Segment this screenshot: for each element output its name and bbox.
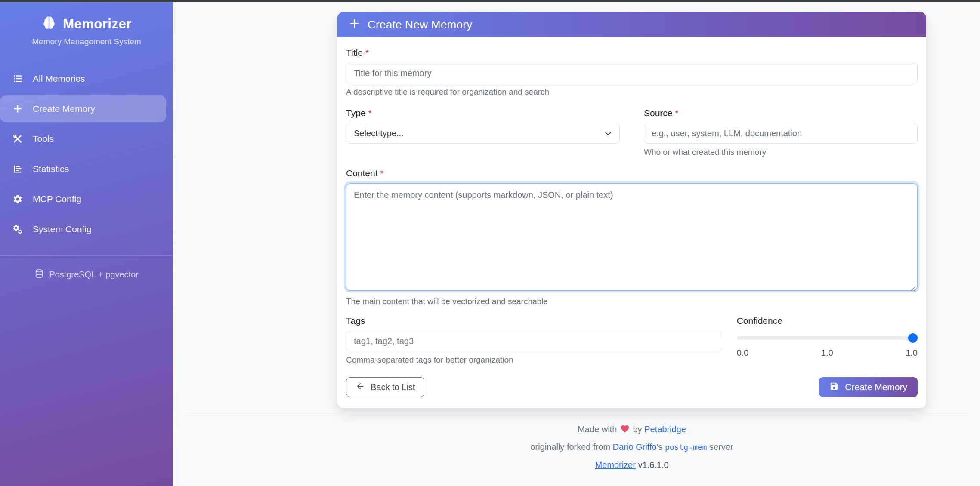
tags-confidence-row: Tags Comma-separated tags for better org… (346, 315, 918, 365)
sidebar-item-label: System Config (33, 224, 92, 234)
type-select[interactable]: Select type... (346, 123, 620, 144)
back-to-list-button[interactable]: Back to List (346, 377, 424, 397)
footer-line-forked: originally forked from Dario Griffo's po… (337, 441, 926, 453)
footer-line-made-with: Made with by Petabridge (337, 424, 926, 435)
required-asterisk: * (380, 168, 384, 178)
confidence-field-group: Confidence 0.0 1.0 1.0 (737, 315, 918, 365)
required-asterisk: * (365, 48, 369, 58)
brand: Memorizer Memory Management System (0, 2, 173, 46)
content-field-group: Content* The main content that will be v… (346, 168, 918, 307)
sidebar-item-system-config[interactable]: System Config (0, 216, 173, 243)
sidebar-item-tools[interactable]: Tools (0, 126, 173, 152)
card-body: Title* A descriptive title is required f… (337, 37, 926, 408)
create-memory-button[interactable]: Create Memory (819, 377, 918, 397)
submit-button-label: Create Memory (845, 382, 907, 392)
app-title: Memorizer (63, 16, 132, 32)
plus-icon (349, 18, 360, 31)
source-help-text: Who or what created this memory (644, 147, 918, 157)
sidebar-item-label: Tools (33, 134, 54, 144)
footer-line-version: Memorizer v1.6.1.0 (337, 459, 926, 471)
confidence-min: 0.0 (737, 348, 749, 358)
sidebar-item-label: All Memories (33, 74, 85, 84)
tags-field-group: Tags Comma-separated tags for better org… (346, 315, 722, 365)
back-button-label: Back to List (371, 382, 415, 392)
postg-mem-code: postg-mem (665, 443, 707, 452)
required-asterisk: * (368, 108, 372, 118)
version-text: v1.6.1.0 (638, 460, 668, 470)
required-asterisk: * (675, 108, 679, 118)
heart-icon (620, 424, 630, 433)
type-field-group: Type* Select type... (346, 108, 620, 157)
footer-divider (185, 416, 968, 416)
type-label: Type* (346, 108, 620, 119)
source-input[interactable] (644, 123, 918, 144)
type-select-value: Select type... (354, 129, 404, 138)
title-field-group: Title* A descriptive title is required f… (346, 47, 918, 97)
content-help-text: The main content that will be vectorized… (346, 296, 918, 307)
page-footer: Made with by Petabridge originally forke… (337, 424, 926, 477)
tools-icon (12, 133, 23, 145)
confidence-mid: 1.0 (821, 348, 833, 358)
confidence-label: Confidence (737, 315, 918, 326)
form-actions: Back to List Create Memory (346, 377, 918, 397)
sidebar-item-create-memory[interactable]: Create Memory (0, 95, 166, 122)
content-label: Content* (346, 168, 918, 179)
confidence-max: 1.0 (906, 348, 918, 358)
chevron-down-icon (604, 129, 612, 138)
bar-chart-icon (12, 163, 23, 175)
database-icon (34, 269, 44, 280)
title-label: Title* (346, 47, 918, 58)
tags-input[interactable] (346, 331, 722, 351)
confidence-slider[interactable] (737, 333, 918, 343)
title-help-text: A descriptive title is required for orga… (346, 87, 918, 97)
gears-icon (12, 224, 23, 235)
sidebar-item-all-memories[interactable]: All Memories (0, 65, 173, 92)
petabridge-link[interactable]: Petabridge (644, 424, 686, 434)
sidebar-nav: All Memories Create Memory Tools (0, 65, 173, 243)
sidebar-item-label: MCP Config (33, 194, 81, 204)
title-input[interactable] (346, 63, 918, 83)
app-subtitle: Memory Management System (0, 37, 173, 46)
sidebar-item-label: Create Memory (33, 104, 95, 114)
source-label: Source* (644, 108, 918, 119)
sidebar-item-statistics[interactable]: Statistics (0, 156, 173, 182)
dario-griffo-link[interactable]: Dario Griffo (613, 442, 657, 452)
plus-icon (12, 103, 23, 114)
list-icon (12, 73, 23, 84)
main-content: Create New Memory Title* A descriptive t… (173, 2, 980, 486)
type-source-row: Type* Select type... Source* (346, 108, 918, 157)
memorizer-link[interactable]: Memorizer (595, 460, 635, 470)
card-header: Create New Memory (337, 12, 926, 37)
brain-logo-icon (41, 15, 57, 33)
sidebar-db-status: PostgreSQL + pgvector (0, 269, 173, 280)
sidebar-item-mcp-config[interactable]: MCP Config (0, 186, 173, 212)
sidebar: Memorizer Memory Management System All M… (0, 2, 173, 486)
sidebar-divider (0, 255, 173, 256)
create-memory-card: Create New Memory Title* A descriptive t… (337, 12, 926, 408)
confidence-scale: 0.0 1.0 1.0 (737, 348, 918, 358)
card-title: Create New Memory (368, 18, 473, 31)
sidebar-db-label: PostgreSQL + pgvector (49, 270, 139, 280)
source-field-group: Source* Who or what created this memory (644, 108, 918, 157)
arrow-left-icon (356, 381, 365, 393)
gear-icon (12, 194, 23, 205)
sidebar-item-label: Statistics (33, 164, 69, 174)
tags-help-text: Comma-separated tags for better organiza… (346, 355, 722, 365)
content-textarea[interactable] (346, 183, 918, 291)
tags-label: Tags (346, 315, 722, 326)
save-icon (829, 381, 839, 393)
window-top-bar (0, 0, 980, 2)
